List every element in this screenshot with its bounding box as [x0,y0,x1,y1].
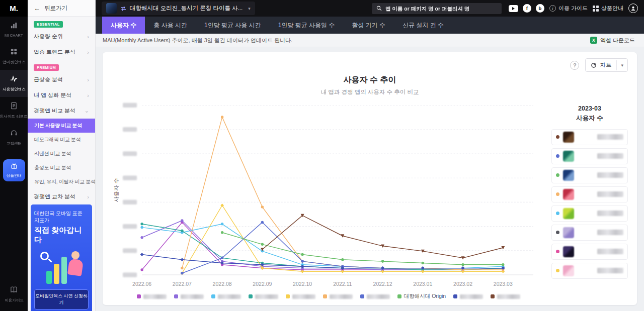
x-tick-label: 2023.01 [413,281,432,287]
app-rank-row-6 [551,225,628,241]
profile-avatar[interactable] [628,4,638,13]
sidebar-item-my-app-deep-analysis[interactable]: 내 앱 심화 분석 › [28,87,95,103]
legend-item-8[interactable]: 대항해시대 Origin [397,293,446,300]
sidebar-item-competitor-cross-analysis[interactable]: 경쟁앱 교차 분석 › [28,189,95,204]
banner-line2: 직접 찾아갑니다 [34,226,89,245]
app-selector-dropdown[interactable]: 대항해시대 오리진_동시기 론칭 타이틀 사... ▾ [102,2,255,15]
data-point [181,272,183,275]
guide-book-icon [10,286,18,295]
app-logo[interactable]: M. [0,0,28,17]
legend-item-6[interactable] [323,294,353,299]
legend-label-redacted [218,294,241,299]
app-rank-row-2 [551,148,628,164]
legend-marker [323,294,327,298]
sidebar-item-usage-rank[interactable]: 사용량 순위 › [28,29,95,44]
rail-item-usage-guide[interactable]: 이용가이드 [0,281,28,308]
chart-legend: 대항해시대 Origin [112,290,545,301]
series-color-dot [556,154,559,158]
legend-item-3[interactable] [211,294,241,299]
x-tick-label: 2023.02 [453,281,472,287]
help-button[interactable]: ? [570,61,579,70]
legend-label-redacted [460,294,483,299]
search-bar[interactable] [372,3,502,14]
ranking-rows [551,129,628,279]
rail-item-michart[interactable]: MI CHART [0,17,28,43]
tab-6[interactable]: 신규 설치 건 수 [394,17,452,34]
legend-marker [137,294,141,298]
usage-guide-link[interactable]: i 이용 가이드 [549,5,588,12]
y-tick-label-redacted [123,272,137,277]
y-axis-label: 사용자 수 [113,178,119,202]
x-tick-label: 2023.03 [494,281,513,287]
search-icon [376,6,382,11]
sidebar-item-rising-analysis[interactable]: 급상승 분석 › [28,72,95,87]
sidebar-subitem-basic-usage-compare[interactable]: 기본 사용량 비교 분석 [28,119,95,133]
data-point [181,219,183,222]
back-button[interactable]: ← 뒤로가기 [28,0,95,17]
user-icon [630,5,636,12]
sidebar-item-competitor-compare[interactable]: 경쟁앱 비교 분석 ⌄ [28,103,95,119]
excel-icon: X [590,37,597,44]
facebook-icon[interactable]: f [523,4,531,13]
legend-label-redacted [181,294,204,299]
chart-title: 사용자 수 추이 [112,75,628,85]
chart-area: 사용자 수2022.062022.072022.082022.092022.10… [112,98,545,301]
demo-request-button[interactable]: 모바일인덱스 시연 신청하기 [34,289,89,309]
youtube-icon[interactable] [509,5,518,12]
tab-1[interactable]: 사용자 수 [102,17,145,34]
tab-2[interactable]: 총 사용 시간 [145,17,196,34]
chart-type-dropdown[interactable]: 차트 ▾ [585,58,628,72]
data-point [181,230,183,233]
app-icon-blurred [563,132,574,143]
legend-item-2[interactable] [174,294,204,299]
sidebar-subitem-demographic-compare[interactable]: 데모그래픽 비교 분석 [28,133,95,147]
legend-item-7[interactable] [360,294,390,299]
sidebar-item-industry-trend[interactable]: 업종 트렌드 분석 › [28,44,95,60]
data-point [221,231,223,234]
data-point [261,205,264,209]
data-point [221,116,223,119]
user-count-redacted [597,134,623,140]
legend-item-9[interactable] [453,294,483,299]
legend-item-4[interactable] [249,294,278,299]
rail-item-insight-report[interactable]: 인사이트 리포트 [0,97,28,124]
excel-download-button[interactable]: X 엑셀 다운로드 [590,37,637,44]
data-point [140,268,143,271]
sidebar-subitem-loyalty-compare[interactable]: 충성도 비교 분석 [28,161,95,175]
data-point [502,263,504,266]
rail-item-app-market-index[interactable]: 앱마켓인덱스 [0,43,28,70]
app-rank-row-4 [551,186,628,202]
search-input[interactable] [385,6,497,12]
user-count-redacted [597,172,623,178]
rail-item-usage-index[interactable]: 사용량인덱스 [0,70,28,97]
x-tick-label: 2022.08 [213,281,232,287]
tab-5[interactable]: 활성 기기 수 [343,17,394,34]
data-point [221,223,223,226]
legend-marker [211,294,215,298]
app-rank-row-8 [551,263,628,279]
legend-marker [249,294,253,298]
gift-icon [11,162,18,171]
sidebar-subitem-retention-compare[interactable]: 리텐션 비교 분석 [28,147,95,161]
blog-icon[interactable]: b [536,4,544,13]
product-info-link[interactable]: 상품안내 [593,5,623,12]
info-icon: i [549,5,556,12]
rail-item-customer-center[interactable]: 고객센터 [0,124,28,151]
sidebar-subitem-inflow-churn-compare[interactable]: 유입, 유지, 이탈자 비교 분석 [28,175,95,189]
promo-banner[interactable]: 대한민국 모바일 표준 지표가 직접 찾아갑니다 모바일인덱스 시연 신청하기 [31,204,92,311]
data-point [341,258,344,261]
tab-3[interactable]: 1인당 평균 사용 시간 [196,17,270,34]
app-icon-blurred [563,151,574,162]
legend-item-10[interactable] [491,294,520,299]
x-tick-label: 2022.09 [253,281,272,287]
tab-4[interactable]: 1인당 평균 사용일 수 [270,17,344,34]
legend-marker [360,294,364,298]
rail-item-product-info[interactable]: 상품안내 [3,159,25,181]
data-point [301,253,303,256]
y-tick-label-redacted [123,248,137,253]
series-line [222,233,503,265]
x-tick-label: 2022.07 [173,281,192,287]
y-tick-label-redacted [123,103,137,108]
legend-item-5[interactable] [286,294,315,299]
legend-item-1[interactable] [137,294,167,299]
